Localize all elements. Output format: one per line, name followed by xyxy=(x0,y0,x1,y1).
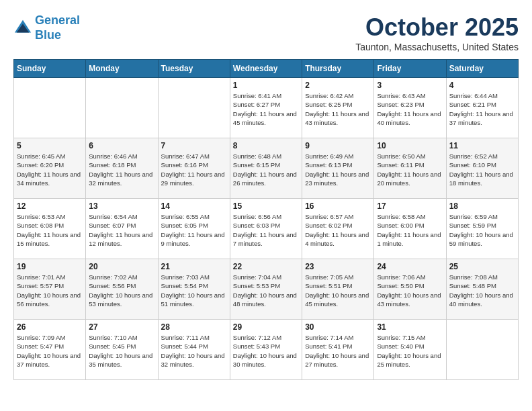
calendar-table: SundayMondayTuesdayWednesdayThursdayFrid… xyxy=(13,59,519,380)
weekday-header-cell: Tuesday xyxy=(158,60,230,78)
calendar-cell: 26Sunrise: 7:09 AM Sunset: 5:47 PM Dayli… xyxy=(14,320,86,380)
calendar-week-row: 19Sunrise: 7:01 AM Sunset: 5:57 PM Dayli… xyxy=(14,259,519,320)
day-number: 21 xyxy=(161,262,227,271)
logo-line2: Blue xyxy=(35,28,61,42)
month-title: October 2025 xyxy=(355,13,519,42)
calendar-cell: 3Sunrise: 6:43 AM Sunset: 6:23 PM Daylig… xyxy=(374,78,446,138)
location: Taunton, Massachusetts, United States xyxy=(355,42,519,52)
calendar-cell: 14Sunrise: 6:55 AM Sunset: 6:05 PM Dayli… xyxy=(158,199,230,259)
calendar-cell xyxy=(14,78,86,138)
day-info: Sunrise: 6:44 AM Sunset: 6:21 PM Dayligh… xyxy=(449,91,515,127)
weekday-header-cell: Saturday xyxy=(446,60,518,78)
day-info: Sunrise: 6:45 AM Sunset: 6:20 PM Dayligh… xyxy=(17,152,83,187)
day-number: 7 xyxy=(161,141,227,150)
calendar-cell: 22Sunrise: 7:04 AM Sunset: 5:53 PM Dayli… xyxy=(230,259,302,320)
day-number: 13 xyxy=(89,201,154,211)
weekday-header-cell: Thursday xyxy=(302,60,374,78)
day-info: Sunrise: 6:42 AM Sunset: 6:25 PM Dayligh… xyxy=(305,91,371,127)
day-info: Sunrise: 6:53 AM Sunset: 6:08 PM Dayligh… xyxy=(17,212,83,248)
calendar-cell: 19Sunrise: 7:01 AM Sunset: 5:57 PM Dayli… xyxy=(14,259,86,320)
calendar-cell xyxy=(446,320,518,380)
calendar-cell: 13Sunrise: 6:54 AM Sunset: 6:07 PM Dayli… xyxy=(86,199,158,259)
day-info: Sunrise: 6:47 AM Sunset: 6:16 PM Dayligh… xyxy=(161,152,227,187)
weekday-header-cell: Monday xyxy=(86,60,158,78)
day-info: Sunrise: 6:43 AM Sunset: 6:23 PM Dayligh… xyxy=(377,91,443,127)
day-number: 24 xyxy=(377,262,443,271)
calendar-cell xyxy=(158,78,230,138)
calendar-cell: 11Sunrise: 6:52 AM Sunset: 6:10 PM Dayli… xyxy=(446,138,518,199)
day-info: Sunrise: 6:48 AM Sunset: 6:15 PM Dayligh… xyxy=(233,152,299,187)
day-number: 20 xyxy=(89,262,154,271)
day-info: Sunrise: 7:12 AM Sunset: 5:43 PM Dayligh… xyxy=(233,333,299,369)
day-number: 28 xyxy=(161,322,227,332)
day-number: 1 xyxy=(233,81,299,90)
calendar-cell: 8Sunrise: 6:48 AM Sunset: 6:15 PM Daylig… xyxy=(230,138,302,199)
day-number: 19 xyxy=(17,262,83,271)
day-number: 17 xyxy=(377,201,443,211)
day-number: 22 xyxy=(233,262,299,271)
calendar-cell: 18Sunrise: 6:59 AM Sunset: 5:59 PM Dayli… xyxy=(446,199,518,259)
calendar-cell: 7Sunrise: 6:47 AM Sunset: 6:16 PM Daylig… xyxy=(158,138,230,199)
day-info: Sunrise: 7:09 AM Sunset: 5:47 PM Dayligh… xyxy=(17,333,83,369)
title-area: October 2025 Taunton, Massachusetts, Uni… xyxy=(355,13,519,52)
calendar-cell: 23Sunrise: 7:05 AM Sunset: 5:51 PM Dayli… xyxy=(302,259,374,320)
day-info: Sunrise: 7:04 AM Sunset: 5:53 PM Dayligh… xyxy=(233,273,299,308)
day-info: Sunrise: 7:08 AM Sunset: 5:48 PM Dayligh… xyxy=(449,273,515,308)
day-number: 2 xyxy=(305,81,371,90)
day-info: Sunrise: 7:14 AM Sunset: 5:41 PM Dayligh… xyxy=(305,333,371,369)
calendar-cell: 1Sunrise: 6:41 AM Sunset: 6:27 PM Daylig… xyxy=(230,78,302,138)
day-number: 12 xyxy=(17,201,83,211)
day-number: 9 xyxy=(305,141,371,150)
day-info: Sunrise: 6:49 AM Sunset: 6:13 PM Dayligh… xyxy=(305,152,371,187)
day-number: 6 xyxy=(89,141,154,150)
calendar-cell: 16Sunrise: 6:57 AM Sunset: 6:02 PM Dayli… xyxy=(302,199,374,259)
logo-line1: General xyxy=(35,13,80,27)
day-info: Sunrise: 7:06 AM Sunset: 5:50 PM Dayligh… xyxy=(377,273,443,308)
calendar-cell: 12Sunrise: 6:53 AM Sunset: 6:08 PM Dayli… xyxy=(14,199,86,259)
calendar-cell: 17Sunrise: 6:58 AM Sunset: 6:00 PM Dayli… xyxy=(374,199,446,259)
calendar-cell: 6Sunrise: 6:46 AM Sunset: 6:18 PM Daylig… xyxy=(86,138,158,199)
calendar-cell: 20Sunrise: 7:02 AM Sunset: 5:56 PM Dayli… xyxy=(86,259,158,320)
day-info: Sunrise: 6:54 AM Sunset: 6:07 PM Dayligh… xyxy=(89,212,154,248)
weekday-header-cell: Sunday xyxy=(14,60,86,78)
day-number: 25 xyxy=(449,262,515,271)
day-info: Sunrise: 7:03 AM Sunset: 5:54 PM Dayligh… xyxy=(161,273,227,308)
logo-text: General Blue xyxy=(35,13,80,42)
day-info: Sunrise: 6:41 AM Sunset: 6:27 PM Dayligh… xyxy=(233,91,299,127)
day-info: Sunrise: 6:52 AM Sunset: 6:10 PM Dayligh… xyxy=(449,152,515,187)
calendar-cell: 24Sunrise: 7:06 AM Sunset: 5:50 PM Dayli… xyxy=(374,259,446,320)
day-info: Sunrise: 6:55 AM Sunset: 6:05 PM Dayligh… xyxy=(161,212,227,248)
day-info: Sunrise: 7:01 AM Sunset: 5:57 PM Dayligh… xyxy=(17,273,83,308)
day-number: 8 xyxy=(233,141,299,150)
day-number: 18 xyxy=(449,201,515,211)
calendar-cell xyxy=(86,78,158,138)
calendar-week-row: 26Sunrise: 7:09 AM Sunset: 5:47 PM Dayli… xyxy=(14,320,519,380)
calendar-cell: 5Sunrise: 6:45 AM Sunset: 6:20 PM Daylig… xyxy=(14,138,86,199)
day-info: Sunrise: 7:15 AM Sunset: 5:40 PM Dayligh… xyxy=(377,333,443,369)
weekday-header-row: SundayMondayTuesdayWednesdayThursdayFrid… xyxy=(14,60,519,78)
page-header: General Blue October 2025 Taunton, Massa… xyxy=(13,13,519,52)
day-number: 15 xyxy=(233,201,299,211)
day-info: Sunrise: 6:57 AM Sunset: 6:02 PM Dayligh… xyxy=(305,212,371,248)
day-info: Sunrise: 6:58 AM Sunset: 6:00 PM Dayligh… xyxy=(377,212,443,248)
calendar-cell: 30Sunrise: 7:14 AM Sunset: 5:41 PM Dayli… xyxy=(302,320,374,380)
calendar-cell: 27Sunrise: 7:10 AM Sunset: 5:45 PM Dayli… xyxy=(86,320,158,380)
day-number: 29 xyxy=(233,322,299,332)
day-info: Sunrise: 6:46 AM Sunset: 6:18 PM Dayligh… xyxy=(89,152,154,187)
day-number: 26 xyxy=(17,322,83,332)
calendar-cell: 21Sunrise: 7:03 AM Sunset: 5:54 PM Dayli… xyxy=(158,259,230,320)
calendar-cell: 4Sunrise: 6:44 AM Sunset: 6:21 PM Daylig… xyxy=(446,78,518,138)
day-number: 11 xyxy=(449,141,515,150)
calendar-cell: 28Sunrise: 7:11 AM Sunset: 5:44 PM Dayli… xyxy=(158,320,230,380)
weekday-header-cell: Wednesday xyxy=(230,60,302,78)
calendar-cell: 9Sunrise: 6:49 AM Sunset: 6:13 PM Daylig… xyxy=(302,138,374,199)
day-number: 27 xyxy=(89,322,154,332)
day-info: Sunrise: 7:11 AM Sunset: 5:44 PM Dayligh… xyxy=(161,333,227,369)
day-info: Sunrise: 7:10 AM Sunset: 5:45 PM Dayligh… xyxy=(89,333,154,369)
calendar-body: 1Sunrise: 6:41 AM Sunset: 6:27 PM Daylig… xyxy=(14,78,519,380)
day-info: Sunrise: 7:02 AM Sunset: 5:56 PM Dayligh… xyxy=(89,273,154,308)
logo: General Blue xyxy=(13,13,80,42)
weekday-header-cell: Friday xyxy=(374,60,446,78)
day-info: Sunrise: 6:56 AM Sunset: 6:03 PM Dayligh… xyxy=(233,212,299,248)
calendar-week-row: 12Sunrise: 6:53 AM Sunset: 6:08 PM Dayli… xyxy=(14,199,519,259)
